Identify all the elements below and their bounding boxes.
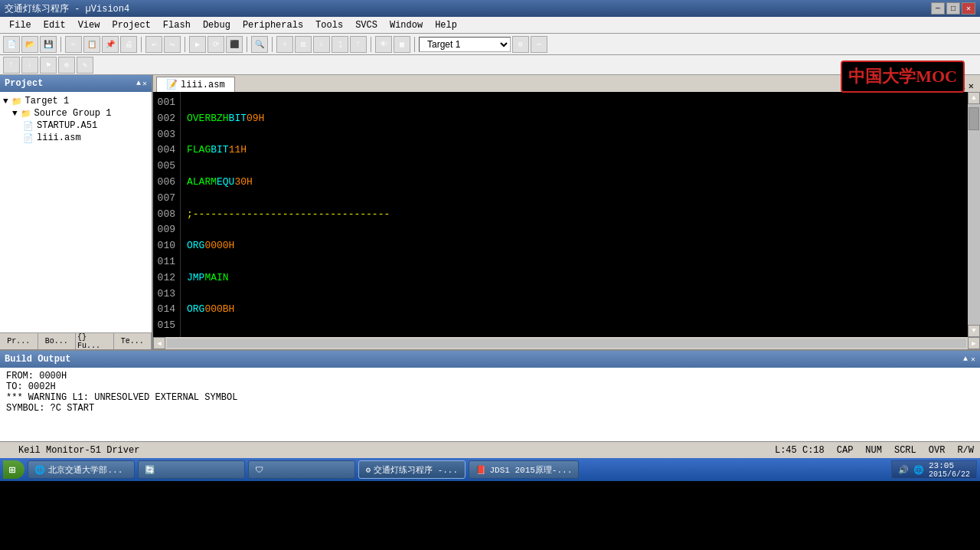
taskbar-app-2[interactable]: 🔄 bbox=[138, 460, 245, 479]
menu-tools[interactable]: Tools bbox=[309, 18, 349, 32]
copy-button[interactable]: 📋 bbox=[83, 36, 100, 53]
build-close-icon[interactable]: ✕ bbox=[971, 355, 975, 364]
close-button[interactable]: ✕ bbox=[962, 2, 975, 15]
source-group-expand-icon: ▼ bbox=[12, 109, 18, 118]
more-button[interactable]: ⋯ bbox=[531, 36, 547, 53]
tree-startup-file[interactable]: 📄 STARTUP.A51 bbox=[0, 119, 152, 132]
build-up-icon[interactable]: ▲ bbox=[963, 355, 968, 364]
left-tab-project[interactable]: Pr... bbox=[0, 333, 38, 349]
debug-start-button[interactable]: ⚡ bbox=[276, 36, 293, 53]
tray-time-text: 23:05 bbox=[929, 461, 970, 470]
build-title: Build Output bbox=[5, 354, 70, 365]
scroll-up-button[interactable]: ▲ bbox=[968, 92, 980, 104]
sep6 bbox=[371, 37, 371, 52]
stop-button[interactable]: ⬛ bbox=[226, 36, 243, 53]
titlebar-controls: ─ □ ✕ bbox=[931, 2, 975, 15]
project-up-icon[interactable]: ▲ bbox=[136, 79, 141, 88]
tb2-btn2[interactable]: ↓ bbox=[21, 57, 38, 74]
hscroll-right-button[interactable]: ▶ bbox=[968, 337, 980, 349]
scroll-thumb[interactable] bbox=[969, 107, 979, 130]
taskbar-app-4-icon: ⚙ bbox=[365, 465, 371, 475]
sep3 bbox=[185, 37, 185, 52]
start-button[interactable]: ⊞ bbox=[3, 460, 24, 479]
tree-source-group[interactable]: ▼ 📁 Source Group 1 bbox=[0, 107, 152, 119]
scroll-down-button[interactable]: ▼ bbox=[968, 325, 980, 337]
taskbar: ⊞ 🌐 北京交通大学部... 🔄 🛡 ⚙ 交通灯练习程序 -... 📕 JDS1… bbox=[0, 458, 980, 481]
line-numbers: 001002003004005 006007008009010 01101201… bbox=[153, 92, 181, 337]
menu-edit[interactable]: Edit bbox=[38, 18, 72, 32]
menu-svcs[interactable]: SVCS bbox=[349, 18, 384, 32]
editor-tab-active[interactable]: 📝 liii.asm bbox=[156, 77, 235, 92]
status-driver: Keil Monitor-51 Driver bbox=[18, 445, 139, 456]
main-file-icon: 📄 bbox=[23, 133, 34, 143]
tree-target-label: Target 1 bbox=[25, 96, 70, 106]
taskbar-app-3[interactable]: 🛡 bbox=[248, 460, 355, 479]
tab-filename: liii.asm bbox=[181, 80, 225, 90]
menu-flash[interactable]: Flash bbox=[157, 18, 197, 32]
project-close-icon[interactable]: ✕ bbox=[142, 79, 147, 88]
save-button[interactable]: 💾 bbox=[40, 36, 57, 53]
cut-button[interactable]: ✂ bbox=[65, 36, 82, 53]
editor-close-icon[interactable]: ✕ bbox=[969, 80, 974, 92]
tb2-btn4[interactable]: ⊕ bbox=[58, 57, 75, 74]
build-output: Build Output ▲ ✕ FROM: 0000H TO: 0002H *… bbox=[0, 349, 980, 441]
tb2-btn3[interactable]: ⚑ bbox=[40, 57, 57, 74]
tree-source-group-label: Source Group 1 bbox=[34, 108, 112, 119]
new-file-button[interactable]: 📄 bbox=[3, 36, 20, 53]
tb2-btn1[interactable]: ↑ bbox=[3, 57, 20, 74]
hscroll-left-button[interactable]: ◀ bbox=[153, 337, 165, 349]
redo-button[interactable]: ↪ bbox=[164, 36, 181, 53]
menu-debug[interactable]: Debug bbox=[197, 18, 237, 32]
menu-view[interactable]: View bbox=[72, 18, 106, 32]
status-rw: R/W bbox=[957, 445, 974, 456]
sep4 bbox=[247, 37, 247, 52]
startup-file-icon: 📄 bbox=[23, 121, 34, 131]
code-container: 001002003004005 006007008009010 01101201… bbox=[153, 92, 980, 337]
open-file-button[interactable]: 📂 bbox=[21, 36, 38, 53]
tree-main-file[interactable]: 📄 liii.asm bbox=[0, 132, 152, 144]
left-tab-functions[interactable]: {} Fu... bbox=[76, 333, 114, 349]
rebuild-button[interactable]: ⟳ bbox=[207, 36, 224, 53]
toolbar: 📄 📂 💾 ✂ 📋 📌 🖨 ↩ ↪ ▶ ⟳ ⬛ 🔍 ⚡ ⊠ ↓ ⤵ ↑ 👁 ▦ … bbox=[0, 34, 980, 55]
taskbar-app-1[interactable]: 🌐 北京交通大学部... bbox=[28, 460, 135, 479]
menu-help[interactable]: Help bbox=[429, 18, 463, 32]
mem-button[interactable]: ▦ bbox=[394, 36, 410, 53]
statusbar-right: L:45 C:18 CAP NUM SCRL OVR R/W bbox=[775, 445, 974, 456]
build-line-warning: *** WARNING L1: UNRESOLVED EXTERNAL SYMB… bbox=[6, 392, 974, 403]
menu-window[interactable]: Window bbox=[384, 18, 429, 32]
maximize-button[interactable]: □ bbox=[946, 2, 960, 15]
print-button[interactable]: 🖨 bbox=[120, 36, 137, 53]
taskbar-app-5-icon: 📕 bbox=[475, 465, 486, 475]
build-line-1: FROM: 0000H bbox=[6, 371, 974, 381]
find-button[interactable]: 🔍 bbox=[251, 36, 268, 53]
menu-file[interactable]: File bbox=[3, 18, 38, 32]
sep7 bbox=[414, 37, 415, 52]
tree-target[interactable]: ▼ 📁 Target 1 bbox=[0, 95, 152, 107]
tb2-btn5[interactable]: ✎ bbox=[77, 57, 93, 74]
minimize-button[interactable]: ─ bbox=[931, 2, 945, 15]
undo-button[interactable]: ↩ bbox=[145, 36, 162, 53]
debug-over-button[interactable]: ⤵ bbox=[332, 36, 348, 53]
code-content[interactable]: OVERBZH BIT 09H FLAG BIT 11H ALARM EQU 3… bbox=[181, 92, 968, 337]
left-panel: Project ▲ ✕ ▼ 📁 Target 1 ▼ 📁 Source Grou… bbox=[0, 75, 153, 349]
taskbar-app-5[interactable]: 📕 JDS1 2015原理-... bbox=[469, 460, 579, 479]
source-group-folder-icon: 📁 bbox=[21, 109, 31, 119]
editor-scrollbar: ▲ ▼ bbox=[968, 92, 980, 337]
options-button[interactable]: ⚙ bbox=[512, 36, 529, 53]
sep1 bbox=[60, 37, 61, 52]
titlebar: 交通灯练习程序 - µVision4 ─ □ ✕ bbox=[0, 0, 980, 17]
taskbar-app-4[interactable]: ⚙ 交通灯练习程序 -... bbox=[358, 460, 466, 479]
menu-project[interactable]: Project bbox=[106, 18, 156, 32]
left-tab-books[interactable]: Bo... bbox=[38, 333, 77, 349]
paste-button[interactable]: 📌 bbox=[102, 36, 119, 53]
debug-out-button[interactable]: ↑ bbox=[350, 36, 367, 53]
debug-step-button[interactable]: ↓ bbox=[313, 36, 330, 53]
toolbar2: ↑ ↓ ⚑ ⊕ ✎ bbox=[0, 55, 980, 75]
sep5 bbox=[272, 37, 273, 52]
target-select[interactable]: Target 1 bbox=[419, 37, 511, 52]
menu-peripherals[interactable]: Peripherals bbox=[237, 18, 309, 32]
debug-stop-button[interactable]: ⊠ bbox=[295, 36, 312, 53]
build-button[interactable]: ▶ bbox=[189, 36, 206, 53]
watch-button[interactable]: 👁 bbox=[375, 36, 392, 53]
left-tab-templates[interactable]: Te... bbox=[114, 333, 152, 349]
